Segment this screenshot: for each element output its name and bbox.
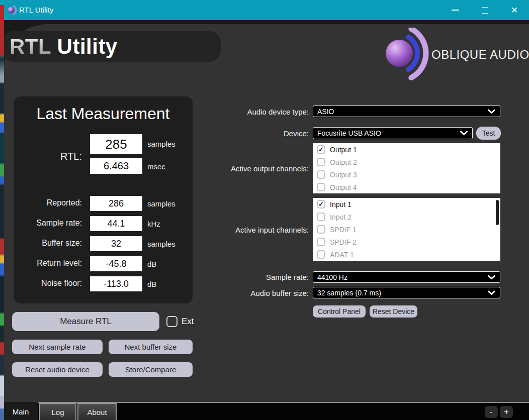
app-header: RTL Utility [3,31,221,62]
sample-rate-field: 44.1 [90,216,142,231]
device-value: Focusrite USB ASIO [317,129,381,137]
next-sample-rate-button[interactable]: Next sample rate [12,340,103,354]
channel-row[interactable]: ✓ SPDIF 1 [313,223,500,236]
checkbox[interactable]: ✓ [317,250,325,259]
return-level-label: Return level: [14,259,82,268]
checkbox[interactable]: ✓ [317,200,325,208]
return-level-field: -45.8 [90,256,142,271]
audio-device-type-value: ASIO [317,108,334,116]
return-level-unit: dB [147,260,156,268]
checkbox[interactable]: ✓ [317,170,325,179]
close-icon: ✕ [511,6,518,15]
sample-rate-select[interactable]: 44100 Hz [313,271,500,283]
sample-rate-select-label: Sample rate: [151,273,309,281]
channel-label: Input 2 [330,213,351,221]
channel-label: Output 2 [330,158,357,166]
checkbox[interactable]: ✓ [317,213,325,221]
channel-row[interactable]: ✓ Input 1 [313,198,500,211]
scrollbar-thumb[interactable] [496,200,499,225]
audio-buffer-size-label: Audio buffer size: [151,289,309,297]
tab-log[interactable]: Log [39,403,76,420]
app-logo-icon [7,5,18,16]
output-channels-list: ✓ Output 1 ✓ Output 2 ✓ Output 3 ✓ Outpu… [313,143,500,193]
minimize-button[interactable] [448,3,463,18]
checkbox[interactable]: ✓ [317,158,325,166]
check-icon: ✓ [318,146,324,153]
zoom-out-button[interactable]: - [485,406,498,418]
brand-name: OBLIQUE AUDIO [431,48,529,62]
check-icon: ✓ [318,201,324,207]
channel-row[interactable]: ✓ Output 2 [313,156,500,168]
window-title: RTL Utility [19,6,53,14]
buffer-size-row-label: Buffer size: [14,239,82,248]
active-input-channels-label: Active input channels: [151,226,309,234]
reset-device-button[interactable]: Reset Device [370,305,417,318]
tab-about[interactable]: About [77,403,117,420]
reported-field: 286 [90,196,142,211]
app-title: RTL Utility [10,35,118,59]
noise-floor-field: -113.0 [90,276,142,291]
checkbox[interactable]: ✓ [317,238,325,246]
app-window: RTL Utility ✕ RTL Utility OBLIQUE AUDIO … [0,0,529,420]
rtl-samples-field: 285 [90,134,142,154]
sample-rate-row-label: Sample rate: [14,219,82,228]
checkbox[interactable]: ✓ [317,225,325,234]
reset-audio-device-button[interactable]: Reset audio device [12,362,103,377]
measure-rtl-button[interactable]: Measure RTL [12,312,159,331]
store-compare-button[interactable]: Store/Compare [109,362,193,377]
channel-label: SPDIF 2 [330,238,357,246]
close-button[interactable]: ✕ [507,3,522,18]
app-title-light: Utility [51,35,117,58]
chevron-down-icon [487,109,496,114]
channel-label: Output 1 [330,146,357,154]
control-panel-button[interactable]: Control Panel [313,305,366,318]
active-output-channels-label: Active output channels: [151,164,309,173]
buffer-size-unit: samples [147,240,175,248]
desktop-edge-strip [0,5,4,420]
channel-row[interactable]: ✓ Output 1 [313,143,500,156]
chevron-down-icon [460,131,468,136]
rtl-msec-field: 6.463 [90,158,142,174]
chevron-down-icon [487,274,496,280]
channel-label: SPDIF 1 [330,226,357,234]
reported-unit: samples [147,199,175,208]
minimize-icon [452,10,459,11]
next-buffer-size-button[interactable]: Next buffer size [109,340,193,354]
audio-buffer-size-select[interactable]: 32 samples (0.7 ms) [313,287,500,298]
channel-row[interactable]: ✓ ADAT 1 [313,248,500,261]
channel-row[interactable]: ✓ SPDIF 2 [313,236,500,248]
channel-row[interactable]: ✓ Output 3 [313,168,500,181]
checkbox[interactable]: ✓ [317,183,325,191]
audio-device-type-label: Audio device type: [151,108,309,116]
channel-row[interactable]: ✓ Output 4 [313,181,500,193]
audio-device-type-select[interactable]: ASIO [313,106,500,117]
rtl-label: RTL: [14,151,82,162]
zoom-in-button[interactable]: + [500,406,513,418]
tab-bar: Main Log About [0,402,529,420]
ext-checkbox[interactable] [166,316,178,327]
channel-label: ADAT 1 [330,251,354,259]
maximize-button[interactable] [477,3,492,18]
oblique-audio-icon [383,28,431,80]
tab-main[interactable]: Main [4,403,37,420]
channel-label: Output 3 [330,171,357,179]
device-label: Device: [151,129,309,138]
reported-label: Reported: [14,198,82,207]
buffer-size-field: 32 [90,236,142,251]
input-channels-list: ✓ Input 1 ✓ Input 2 ✓ SPDIF 1 ✓ SPDIF 2 … [313,198,500,261]
audio-buffer-size-value: 32 samples (0.7 ms) [317,289,381,297]
noise-floor-label: Noise floor: [14,279,82,288]
channel-row[interactable]: ✓ Input 2 [313,211,500,223]
app-title-strong: RTL [10,35,51,58]
maximize-icon [482,7,488,14]
brand-logo: OBLIQUE AUDIO [383,28,524,80]
titlebar: RTL Utility ✕ [0,0,529,20]
chevron-down-icon [487,290,496,295]
device-select[interactable]: Focusrite USB ASIO [313,127,473,139]
ext-label: Ext [182,317,194,327]
checkbox[interactable]: ✓ [317,145,325,154]
channel-label: Output 4 [330,183,357,191]
rtl-samples-unit: samples [147,140,175,148]
channel-label: Input 1 [330,200,351,208]
test-button[interactable]: Test [476,127,501,140]
